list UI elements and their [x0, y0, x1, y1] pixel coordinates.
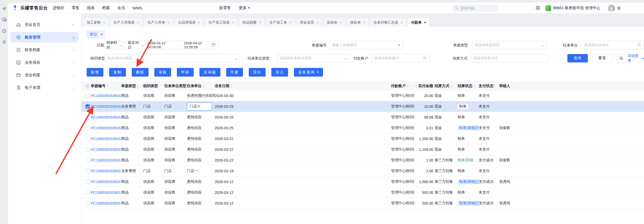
row-checkbox[interactable]: [86, 126, 90, 130]
close-icon[interactable]: ×: [137, 20, 139, 24]
close-icon[interactable]: ×: [198, 20, 200, 24]
tab-4[interactable]: 生产加工报表×: [205, 18, 237, 27]
action-button-7[interactable]: 导出: [249, 68, 266, 77]
table-row[interactable]: PC10003920260322000003商品供应商供应商虎纯供应2026-0…: [81, 134, 644, 144]
bill-no-link[interactable]: PC10003920260312000003: [91, 180, 121, 184]
action-button-6[interactable]: 作废: [226, 68, 243, 77]
tab-3[interactable]: 出品率报表×: [175, 18, 203, 27]
bill-no-link[interactable]: PC10003920260322000002: [91, 147, 121, 152]
bill-no-link[interactable]: PC10003920260322000003: [91, 137, 121, 141]
table-row[interactable]: PC10003920260322000001商品供应商供应商虎纯供应2026-0…: [81, 155, 644, 166]
filter-settings-button[interactable]: [617, 54, 626, 62]
bill-no-link[interactable]: PC10003920260325000001: [91, 126, 121, 130]
close-icon[interactable]: ×: [340, 20, 342, 24]
row-checkbox[interactable]: [86, 115, 90, 119]
row-checkbox[interactable]: [86, 190, 90, 195]
nav-item-0[interactable]: 进销存: [52, 6, 64, 10]
close-icon[interactable]: ×: [259, 20, 261, 24]
column-header-settle_status[interactable]: 结算状态: [458, 81, 479, 90]
tab-1[interactable]: 生产入库报表×: [110, 18, 142, 27]
column-header-date[interactable]: 业务日期: [215, 81, 391, 90]
bill-no-link[interactable]: PC10003920260319000001: [91, 169, 121, 173]
nav-item-3[interactable]: 档案: [102, 6, 110, 10]
tab-11[interactable]: 付款单×: [408, 18, 429, 27]
column-header-account[interactable]: 付款账户: [391, 81, 414, 90]
close-icon[interactable]: ×: [401, 20, 403, 24]
tab-10[interactable]: 往来对账汇总表×: [370, 18, 406, 27]
close-icon[interactable]: ×: [363, 20, 365, 24]
avatar[interactable]: [608, 4, 615, 12]
bill-no-link[interactable]: PC10003920260322000001: [91, 158, 121, 162]
table-row[interactable]: PC10003920260325000001商品供应商供应商虎纯供应2026-0…: [81, 123, 644, 134]
global-search-input[interactable]: 搜索功能: [452, 5, 498, 12]
table-row[interactable]: PC10003920260325000004业务费用门店门店门店十2026-03…: [81, 101, 644, 112]
sidebar-item-1[interactable]: 账务管理: [10, 32, 78, 42]
collapse-sidebar-icon[interactable]: «: [72, 22, 74, 27]
column-header-bill_type[interactable]: 单据类型: [121, 81, 143, 90]
row-checkbox[interactable]: [86, 180, 90, 184]
action-button-4[interactable]: 申诉: [177, 68, 194, 77]
close-icon[interactable]: ×: [424, 20, 426, 24]
advanced-search-link[interactable]: 高级搜索: [628, 54, 644, 62]
row-checkbox[interactable]: [86, 104, 90, 109]
bill-no-link[interactable]: PC10003920260325000004: [91, 104, 121, 109]
row-checkbox[interactable]: [86, 201, 90, 205]
sidebar-item-3[interactable]: 业务报表: [10, 57, 78, 68]
bill-no-input[interactable]: 请输入单据编号 +: [329, 41, 403, 49]
row-checkbox[interactable]: [86, 94, 90, 98]
row-checkbox[interactable]: [86, 158, 90, 162]
column-header-bill_no[interactable]: 单据编号: [91, 81, 121, 90]
action-button-1[interactable]: 复制: [109, 68, 126, 77]
nav-item-2[interactable]: 报表: [87, 6, 95, 10]
query-button[interactable]: 查询: [567, 54, 588, 62]
table-row[interactable]: PC10003920260312000003商品供应商供应商虎纯供应2026-0…: [81, 177, 644, 187]
column-header-counterparty[interactable]: 往来单位: [187, 81, 215, 90]
nav-item-1[interactable]: 零售: [72, 6, 80, 10]
search-icon[interactable]: [423, 56, 427, 61]
sidebar-item-5[interactable]: 电子发票: [10, 82, 78, 93]
row-checkbox[interactable]: [86, 169, 90, 173]
org-type-select[interactable]: 请选择组织类型: [104, 54, 240, 62]
nav-more[interactable]: 更多: [239, 6, 250, 10]
tab-0[interactable]: 加工参数×: [83, 18, 108, 27]
close-icon[interactable]: ×: [289, 20, 292, 24]
nav-item-4[interactable]: 会员: [117, 6, 125, 10]
history-clock-icon[interactable]: [2, 28, 7, 34]
ai-sparkle-icon[interactable]: [2, 6, 7, 12]
table-row[interactable]: PC10003920260312000001商品供应商供应商虎纯供应2026-0…: [81, 198, 644, 209]
search-icon[interactable]: [637, 43, 641, 47]
settle-method-select[interactable]: 请选择结算方式: [470, 54, 548, 62]
close-icon[interactable]: ×: [232, 20, 234, 24]
table-row[interactable]: PC10003920260322000002商品供应商供应商虎纯供应2026-0…: [81, 144, 644, 155]
bill-no-link[interactable]: PC10003920260325000003: [91, 115, 121, 119]
tab-8[interactable]: 应收单×: [324, 18, 345, 27]
column-header-method[interactable]: 结算方式: [435, 81, 458, 90]
sidebar-item-2[interactable]: 财务档案: [10, 45, 78, 55]
printer-icon[interactable]: [535, 5, 541, 11]
date-range-picker[interactable]: 最近30日 2026-03-12 00:00:00 → 2026-04-10 2…: [125, 41, 218, 49]
store-selector[interactable]: 99661-新界面环境-管理中心: [553, 6, 600, 10]
pay-account-input[interactable]: 请选择收款账户: [371, 54, 430, 62]
sidebar-item-4[interactable]: 资金档案: [10, 70, 78, 80]
plus-icon[interactable]: +: [398, 43, 400, 47]
action-button-5[interactable]: 反审核: [199, 68, 220, 77]
tab-6[interactable]: 生产加工单×: [266, 18, 295, 27]
select-all-checkbox[interactable]: [86, 84, 90, 88]
focused-cell[interactable]: 门店十: [187, 103, 212, 110]
business-query-button[interactable]: 业务查询: [294, 68, 323, 77]
date-type-select[interactable]: 制单时间: [104, 41, 123, 49]
devices-icon[interactable]: [2, 17, 7, 22]
column-header-amount[interactable]: 实付金额: [414, 81, 435, 90]
tab-7[interactable]: 资金首页×: [297, 18, 322, 27]
close-icon[interactable]: ×: [103, 20, 105, 24]
tab-9[interactable]: 收款单×: [347, 18, 368, 27]
table-row[interactable]: PC10003920260312000002商品供应商供应商虎纯供应2026-0…: [81, 187, 644, 198]
favorites-star-icon[interactable]: [2, 39, 7, 45]
bill-no-link[interactable]: PC10003920260312000002: [91, 190, 121, 195]
sidebar-item-0[interactable]: 资金首页«: [10, 19, 78, 30]
reset-button[interactable]: 重置: [592, 54, 613, 62]
close-icon[interactable]: ×: [316, 20, 319, 24]
action-button-3[interactable]: 审核: [154, 68, 171, 77]
table-row[interactable]: PC10003920260319000001业务费用门店门店门店一2026-03…: [81, 166, 644, 177]
counterparty-input[interactable]: 请选择往来单位: [581, 41, 644, 49]
